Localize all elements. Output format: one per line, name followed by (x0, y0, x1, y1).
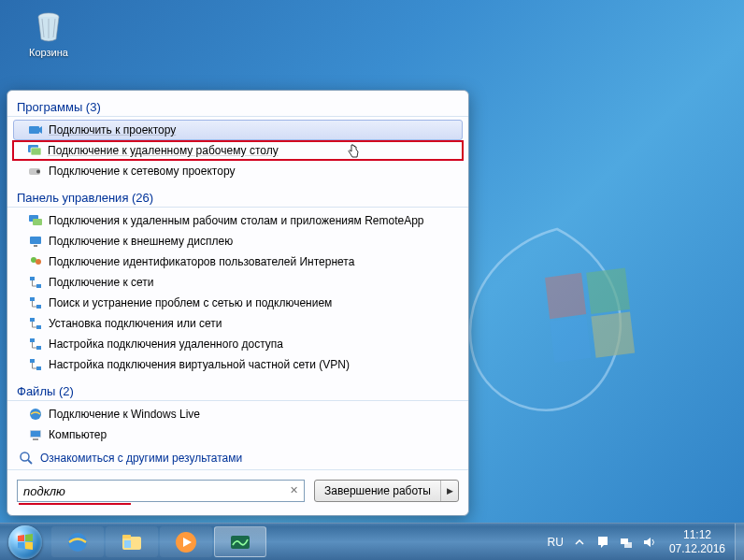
result-rdp[interactable]: Подключение к удаленному рабочему столу (12, 140, 464, 161)
svg-rect-15 (36, 305, 41, 309)
clock-time: 11:12 (669, 528, 725, 541)
network-icon (28, 275, 43, 290)
search-input[interactable] (17, 480, 305, 502)
svg-point-11 (36, 259, 41, 265)
section-header-programs: Программы (3) (7, 96, 468, 117)
result-label: Подключение к сетевому проектору (49, 165, 235, 178)
svg-rect-25 (33, 438, 38, 440)
result-net-projector[interactable]: Подключение к сетевому проектору (7, 161, 468, 181)
result-label: Подключение идентификаторов пользователе… (49, 255, 354, 268)
svg-rect-36 (624, 542, 632, 548)
result-label: Настройка подключения удаленного доступа (49, 337, 283, 351)
svg-rect-24 (31, 431, 40, 437)
start-panel-bottom: ✕ Завершение работы ▶ (7, 469, 468, 515)
see-more-results[interactable]: Ознакомиться с другими результатами (7, 445, 468, 469)
result-label: Подключить к проектору (49, 123, 176, 136)
taskbar-app-active[interactable] (214, 526, 266, 557)
svg-rect-20 (30, 359, 35, 363)
search-icon (19, 451, 34, 466)
control-panel-list: Подключения к удаленным рабочим столам и… (7, 210, 468, 375)
result-remote-access[interactable]: Настройка подключения удаленного доступа (7, 334, 468, 354)
result-label: Настройка подключения виртуальной частно… (49, 358, 350, 371)
volume-icon[interactable] (642, 535, 657, 550)
taskbar-ie[interactable] (51, 526, 104, 557)
svg-line-27 (28, 460, 32, 464)
display-icon (28, 234, 43, 249)
shutdown-button[interactable]: Завершение работы ▶ (314, 480, 459, 502)
svg-rect-7 (33, 219, 42, 225)
result-label: Подключение к удаленному рабочему столу (48, 144, 279, 157)
result-label: Подключение к Windows Live (49, 408, 200, 421)
svg-rect-21 (36, 366, 41, 370)
svg-point-26 (21, 452, 29, 461)
shutdown-label: Завершение работы (315, 481, 441, 501)
recycle-bin[interactable]: Корзина (19, 7, 79, 58)
result-external-display[interactable]: Подключение к внешнему дисплею (7, 231, 468, 251)
result-user-ids[interactable]: Подключение идентификаторов пользователе… (7, 251, 468, 272)
language-indicator[interactable]: RU (548, 536, 564, 549)
svg-rect-16 (30, 318, 35, 322)
svg-rect-18 (30, 338, 35, 342)
recycle-bin-icon (30, 7, 67, 45)
svg-rect-9 (34, 245, 37, 247)
shutdown-arrow-icon[interactable]: ▶ (441, 481, 458, 501)
programs-list: Подключить к проектору Подключение к уда… (7, 120, 468, 181)
start-menu-search-panel: Программы (3) Подключить к проектору Под… (7, 90, 469, 516)
windows-logo-icon (8, 525, 42, 559)
taskbar: RU 11:12 07.12.2016 (0, 523, 744, 560)
result-label: Поиск и устранение проблем с сетью и под… (49, 296, 332, 309)
cursor-hand-icon (346, 144, 361, 159)
ie-icon (28, 407, 43, 422)
section-header-files: Файлы (2) (7, 381, 468, 401)
clock[interactable]: 11:12 07.12.2016 (665, 528, 725, 555)
section-header-control-panel: Панель управления (26) (7, 187, 468, 208)
result-connect-network[interactable]: Подключение к сети (7, 272, 468, 293)
search-wrap: ✕ (17, 480, 305, 502)
show-desktop-button[interactable] (735, 524, 744, 560)
svg-rect-17 (36, 325, 41, 329)
projector-icon (28, 122, 43, 137)
svg-point-5 (36, 170, 40, 174)
rdp-icon (28, 213, 43, 228)
taskbar-explorer[interactable] (106, 526, 158, 557)
result-connect-projector[interactable]: Подключить к проектору (13, 120, 463, 140)
result-setup-connection[interactable]: Установка подключения или сети (7, 313, 468, 334)
result-label: Компьютер (49, 428, 107, 441)
start-button[interactable] (0, 524, 50, 560)
result-label: Подключения к удаленным рабочим столам и… (49, 214, 424, 227)
svg-rect-8 (30, 237, 41, 244)
result-vpn[interactable]: Настройка подключения виртуальной частно… (7, 354, 468, 375)
tray-up-icon[interactable] (572, 535, 587, 550)
result-label: Подключение к сети (49, 276, 153, 289)
users-icon (28, 254, 43, 269)
result-troubleshoot-network[interactable]: Поиск и устранение проблем с сетью и под… (7, 293, 468, 313)
network-icon (28, 295, 43, 310)
files-list: Подключение к Windows Live Компьютер (7, 404, 468, 445)
see-more-label: Ознакомиться с другими результатами (40, 452, 242, 465)
svg-rect-1 (29, 126, 39, 134)
network-icon (28, 316, 43, 331)
result-remoteapp[interactable]: Подключения к удаленным рабочим столам и… (7, 210, 468, 231)
svg-rect-31 (124, 540, 131, 548)
svg-rect-3 (31, 148, 41, 155)
svg-rect-13 (36, 284, 41, 288)
network-icon (28, 337, 43, 352)
system-tray: RU 11:12 07.12.2016 (542, 524, 735, 560)
action-center-icon[interactable] (595, 535, 610, 550)
result-windows-live[interactable]: Подключение к Windows Live (7, 404, 468, 424)
clear-search-icon[interactable]: ✕ (287, 484, 300, 497)
net-projector-icon (28, 164, 43, 179)
wallpaper-logo (436, 205, 679, 448)
network-icon (28, 357, 43, 372)
svg-rect-19 (36, 346, 41, 350)
rdp-icon (27, 143, 42, 158)
annotation-underline (19, 503, 131, 505)
clock-date: 07.12.2016 (669, 542, 725, 555)
recycle-bin-label: Корзина (19, 47, 79, 58)
result-label: Подключение к внешнему дисплею (49, 235, 233, 248)
network-tray-icon[interactable] (619, 535, 634, 550)
taskbar-wmp[interactable] (160, 526, 212, 557)
result-computer[interactable]: Компьютер (7, 424, 468, 445)
svg-rect-30 (122, 535, 131, 538)
svg-rect-14 (30, 297, 35, 301)
